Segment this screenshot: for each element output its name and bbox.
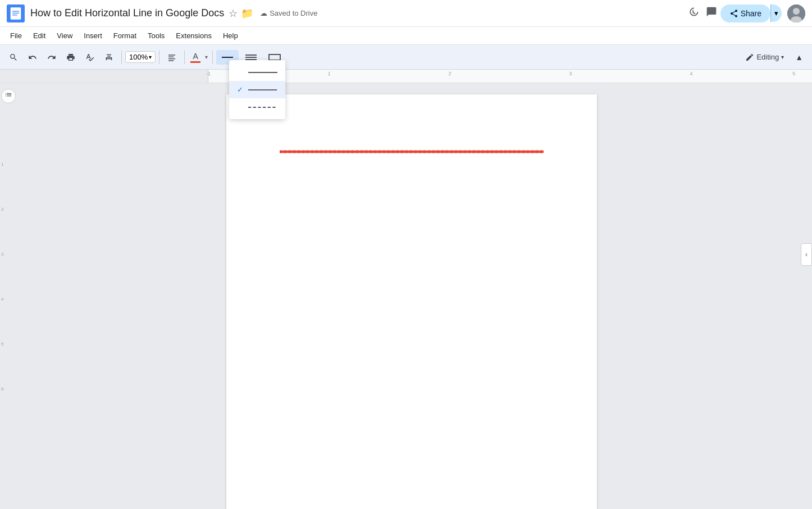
highlight-color-bar: [190, 61, 200, 63]
outline-button[interactable]: [1, 89, 16, 103]
highlight-dropdown-button[interactable]: ▾: [204, 54, 209, 60]
dropdown-item-dashed[interactable]: ✓: [229, 98, 285, 116]
collapse-toolbar-button[interactable]: ▲: [791, 50, 808, 65]
share-dropdown-button[interactable]: ▾: [770, 4, 782, 22]
v-ruler-5: 5: [1, 342, 3, 347]
ruler-num-4: 4: [690, 71, 692, 76]
ruler-num-5: 5: [792, 71, 795, 76]
dropdown-item-dotted-fine[interactable]: ✓: [229, 81, 285, 98]
svg-rect-8: [168, 54, 175, 55]
document-title[interactable]: How to Edit Horizontal Line in Google Do…: [30, 7, 224, 19]
editing-mode-button[interactable]: Editing ▾: [740, 50, 790, 65]
redo-button[interactable]: [43, 50, 61, 65]
cloud-icon: ☁: [260, 9, 267, 17]
title-bar: How to Edit Horizontal Line in Google Do…: [0, 0, 812, 27]
ruler-left-margin: [0, 70, 208, 83]
comment-button[interactable]: [702, 3, 720, 24]
folder-icon[interactable]: 📁: [241, 7, 253, 20]
vertical-ruler: 1 2 3 4 5 6: [0, 83, 11, 509]
editing-label: Editing: [756, 53, 779, 61]
divider-1: [121, 51, 122, 64]
scroll-area[interactable]: [11, 83, 812, 509]
v-ruler-3: 3: [1, 252, 3, 257]
menu-edit[interactable]: Edit: [28, 29, 51, 42]
menu-file[interactable]: File: [4, 29, 28, 42]
red-dotted-line: [267, 151, 556, 153]
main-content: 1 2 3 4 5 6: [0, 83, 812, 509]
divider-2: [159, 51, 159, 64]
document-page: [226, 94, 597, 509]
right-collapse-handle[interactable]: ‹: [801, 243, 812, 266]
ruler-num-minus1: -1: [206, 71, 211, 76]
menu-format[interactable]: Format: [108, 29, 142, 42]
user-avatar[interactable]: [787, 4, 805, 22]
svg-point-6: [793, 8, 800, 15]
zoom-control[interactable]: 100% ▾: [125, 51, 156, 63]
v-ruler-4: 4: [1, 297, 3, 302]
star-icon[interactable]: ☆: [229, 7, 238, 20]
menu-insert[interactable]: Insert: [78, 29, 108, 42]
v-ruler-6: 6: [1, 387, 3, 392]
highlight-letter: A: [193, 52, 198, 61]
undo-button[interactable]: [24, 50, 42, 65]
ruler-num-1: 1: [327, 71, 330, 76]
paint-format-button[interactable]: [100, 50, 118, 65]
ruler-num-3: 3: [569, 71, 572, 76]
v-ruler-1: 1: [1, 162, 3, 167]
dropdown-item-solid[interactable]: ✓: [229, 63, 285, 81]
zoom-value: 100%: [129, 53, 148, 61]
menu-help[interactable]: Help: [217, 29, 244, 42]
ruler-container: -1 1 2 3 4 5: [0, 70, 812, 83]
ruler: -1 1 2 3 4 5: [208, 70, 812, 83]
menu-tools[interactable]: Tools: [142, 29, 170, 42]
zoom-dropdown-icon: ▾: [149, 54, 152, 60]
menu-view[interactable]: View: [51, 29, 78, 42]
svg-rect-11: [168, 60, 174, 61]
print-button[interactable]: [62, 50, 80, 65]
checkmark-dotted-fine: ✓: [237, 85, 245, 94]
highlight-color-button[interactable]: A: [188, 49, 203, 66]
svg-rect-10: [168, 58, 175, 59]
svg-rect-16: [269, 54, 280, 60]
ruler-num-2: 2: [448, 71, 451, 76]
history-button[interactable]: [685, 3, 702, 24]
svg-rect-9: [168, 56, 174, 57]
doc-style-button[interactable]: [163, 50, 181, 65]
docs-icon: [7, 4, 25, 22]
search-button[interactable]: [4, 50, 22, 65]
menu-bar: File Edit View Insert Format Tools Exten…: [0, 27, 812, 45]
line-style-dropdown: ✓ ✓ ✓: [229, 60, 285, 119]
v-ruler-2: 2: [1, 207, 3, 212]
share-button[interactable]: Share: [720, 4, 770, 22]
editing-dropdown-icon: ▾: [781, 54, 784, 60]
menu-extensions[interactable]: Extensions: [170, 29, 217, 42]
divider-3: [184, 51, 185, 64]
spellcheck-button[interactable]: [81, 50, 99, 65]
divider-4: [212, 51, 213, 64]
toolbar: 100% ▾ A ▾ Editing ▾ ▲: [0, 45, 812, 70]
save-status: ☁ Saved to Drive: [260, 9, 317, 17]
